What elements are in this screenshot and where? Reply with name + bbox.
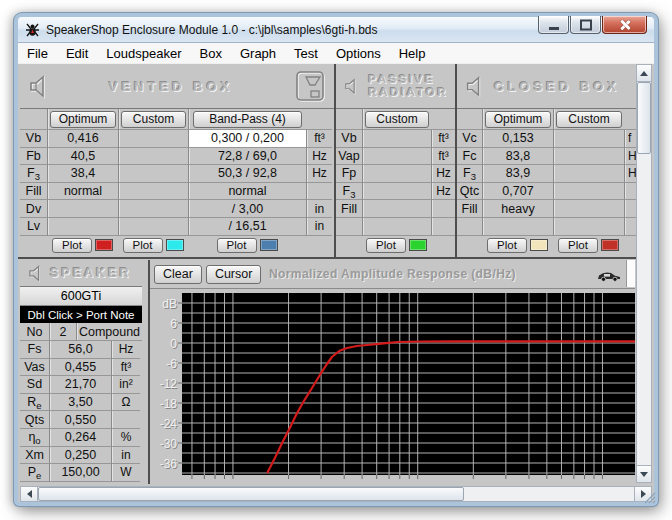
speaker-value-cell[interactable]: 0,250 — [49, 447, 111, 465]
menu-item-help[interactable]: Help — [390, 46, 435, 61]
speaker-value-cell[interactable]: 0,455 — [49, 359, 111, 377]
column-button[interactable]: Custom — [556, 111, 622, 128]
value-cell[interactable] — [118, 165, 188, 183]
cursor-button[interactable]: Cursor — [206, 265, 262, 284]
plot-area[interactable]: dB60-6-12-18-24-30-36 — [150, 289, 635, 485]
app-icon — [24, 22, 41, 38]
value-cell[interactable]: 38,4 — [47, 165, 118, 183]
value-cell[interactable] — [362, 183, 431, 201]
vertical-scroll-thumb[interactable] — [637, 82, 651, 154]
speaker-value-cell[interactable]: 21,70 — [49, 376, 111, 394]
scroll-left-button[interactable] — [21, 487, 38, 501]
value-cell[interactable]: 0,300 / 0,200 — [188, 130, 306, 148]
speaker-no-type[interactable]: Compound — [76, 323, 142, 341]
row-label-main: Lv — [27, 219, 40, 233]
value-cell[interactable] — [553, 218, 624, 236]
speaker-no-value[interactable]: 2 — [49, 323, 76, 341]
plot-button[interactable]: Plot — [52, 238, 92, 253]
plot-button[interactable]: Plot — [217, 238, 257, 253]
column-button[interactable]: Optimum — [50, 111, 116, 128]
speaker-name-button[interactable]: 600GTi — [20, 287, 142, 306]
unit-cell: Hz — [431, 165, 455, 183]
value-cell[interactable]: 0,416 — [47, 130, 118, 148]
value-cell[interactable]: normal — [47, 183, 118, 201]
minimize-button[interactable] — [538, 16, 569, 34]
value-cell[interactable] — [362, 218, 431, 236]
plot-button[interactable]: Plot — [487, 238, 527, 253]
scroll-up-button[interactable] — [637, 65, 651, 82]
column-button[interactable]: Custom — [121, 111, 186, 128]
value-cell[interactable] — [118, 218, 188, 236]
value-cell[interactable] — [47, 218, 118, 236]
value-cell[interactable]: 0,707 — [482, 183, 553, 201]
value-cell[interactable] — [362, 130, 431, 148]
speaker-row-label-sub: e — [36, 470, 41, 481]
port-note-bar[interactable]: Dbl Click > Port Note — [20, 306, 142, 323]
maximize-button[interactable] — [570, 16, 601, 34]
frequency-response-chart[interactable] — [150, 289, 635, 485]
value-cell[interactable]: / 3,00 — [188, 200, 306, 218]
row-label: Fill — [20, 183, 47, 201]
value-cell[interactable] — [118, 183, 188, 201]
value-cell[interactable] — [362, 200, 431, 218]
value-cell[interactable] — [553, 200, 624, 218]
speaker-icon — [464, 73, 484, 99]
value-cell[interactable] — [553, 148, 624, 166]
menu-item-box[interactable]: Box — [191, 46, 231, 61]
value-cell[interactable]: 40,5 — [47, 148, 118, 166]
value-cell[interactable] — [118, 148, 188, 166]
speaker-value-cell[interactable]: 3,50 — [49, 394, 111, 412]
vented-box-icon — [293, 68, 327, 104]
value-cell[interactable] — [362, 148, 431, 166]
value-cell[interactable]: 83,8 — [482, 148, 553, 166]
plot-button[interactable]: Plot — [558, 238, 598, 253]
clipped-button[interactable] — [626, 260, 635, 287]
menu-item-edit[interactable]: Edit — [57, 46, 97, 61]
menu-item-loudspeaker[interactable]: Loudspeaker — [97, 46, 190, 61]
close-button[interactable] — [602, 16, 647, 34]
value-cell[interactable] — [482, 218, 553, 236]
plot-button[interactable]: Plot — [366, 238, 406, 253]
menu-item-test[interactable]: Test — [285, 46, 327, 61]
horizontal-scroll-thumb[interactable] — [38, 487, 464, 501]
value-cell[interactable] — [118, 130, 188, 148]
speaker-value-cell[interactable]: 0,264 — [49, 429, 111, 447]
horizontal-scrollbar[interactable] — [20, 486, 652, 502]
speaker-row-label: Fs — [20, 341, 49, 359]
value-cell[interactable] — [553, 130, 624, 148]
speaker-icon — [343, 73, 358, 99]
car-icon[interactable] — [596, 268, 622, 286]
speaker-value-cell[interactable]: 56,0 — [49, 341, 111, 359]
value-cell[interactable]: / 16,51 — [188, 218, 306, 236]
speaker-value-cell[interactable]: 0,550 — [49, 411, 111, 429]
value-cell[interactable] — [553, 165, 624, 183]
value-cell[interactable]: 0,153 — [482, 130, 553, 148]
unit-cell: Hz — [306, 148, 332, 166]
value-cell[interactable]: 72,8 / 69,0 — [188, 148, 306, 166]
menu-item-options[interactable]: Options — [327, 46, 390, 61]
value-cell[interactable]: heavy — [482, 200, 553, 218]
speaker-icon — [27, 263, 43, 283]
value-cell[interactable] — [118, 200, 188, 218]
app-window: SpeakerShop Enclosure Module 1.0 - c:\jb… — [14, 13, 658, 506]
menu-item-graph[interactable]: Graph — [231, 46, 285, 61]
plot-button[interactable]: Plot — [123, 238, 163, 253]
menu-item-file[interactable]: File — [18, 46, 57, 61]
value-cell[interactable] — [553, 183, 624, 201]
title-bar[interactable]: SpeakerShop Enclosure Module 1.0 - c:\jb… — [18, 17, 654, 43]
value-cell[interactable] — [47, 200, 118, 218]
value-cell[interactable]: 50,3 / 92,8 — [188, 165, 306, 183]
value-cell[interactable]: 83,9 — [482, 165, 553, 183]
column-button[interactable]: Optimum — [485, 111, 551, 128]
clear-button[interactable]: Clear — [154, 265, 202, 284]
column-button[interactable]: Band-Pass (4) — [193, 111, 303, 128]
resize-grip[interactable] — [643, 491, 656, 504]
plot-cell: Plot — [553, 236, 624, 255]
value-cell[interactable]: normal — [188, 183, 306, 201]
column-button[interactable]: Custom — [365, 111, 429, 128]
vertical-scrollbar[interactable] — [636, 64, 652, 483]
value-cell[interactable] — [362, 165, 431, 183]
scroll-down-button[interactable] — [637, 465, 651, 482]
speaker-value-cell[interactable]: 150,00 — [49, 464, 111, 482]
speaker-unit-cell — [111, 411, 140, 429]
